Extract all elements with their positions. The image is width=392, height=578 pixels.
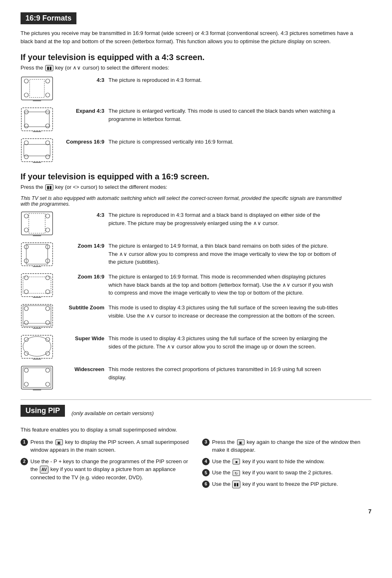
svg-point-52	[46, 337, 50, 341]
svg-point-17	[24, 155, 28, 159]
svg-point-60	[24, 382, 28, 386]
svg-point-44	[46, 306, 50, 311]
mode-superwide-inner: Super Wide This mode is used to display …	[59, 334, 339, 351]
pip-left-col: 1 Press the ▣ key to display the PIP scr…	[21, 438, 190, 492]
section-pip: Using PIP (only available on certain ver…	[21, 405, 371, 492]
pip-right-col: 3 Press the ▣ key again to change the si…	[202, 438, 371, 492]
subsection-169-title: If your television is equipped with a 16…	[21, 172, 371, 181]
desc-subzoom: This mode is used to display 4:3 picture…	[108, 304, 339, 320]
svg-rect-12	[25, 112, 49, 127]
tv-icon-expand43	[21, 107, 53, 134]
svg-rect-5	[30, 79, 44, 97]
svg-point-18	[46, 155, 50, 159]
label-zoom149: Zoom 14:9	[59, 242, 104, 249]
desc-zoom149: The picture is enlarged to 14:9 format, …	[108, 242, 339, 266]
tv-icon-zoom149	[21, 242, 53, 269]
svg-point-58	[24, 368, 28, 372]
svg-point-1	[24, 79, 28, 83]
pip-columns: 1 Press the ▣ key to display the PIP scr…	[21, 438, 371, 492]
tv-icon-compress169	[21, 138, 53, 165]
svg-point-23	[46, 214, 50, 218]
desc-widescreen: This mode restores the correct proportio…	[108, 365, 339, 381]
section-formats: 16:9 Formats The pictures you receive ma…	[21, 12, 371, 392]
subsection-43-press: Press the ▮▮ key (or ∧∨ cursor) to selec…	[21, 65, 371, 71]
svg-point-37	[46, 276, 50, 280]
mode-row-43: 4:3 The picture is reproduced in 4:3 for…	[21, 76, 371, 103]
mode-row-expand43: Expand 4:3 The picture is enlarged verti…	[21, 107, 371, 134]
pip-item-4: 4 Use the ■ key if you want to hide the …	[202, 457, 371, 466]
section-divider	[21, 399, 371, 400]
svg-rect-57	[21, 366, 53, 389]
pip-intro: This feature enables you to display a sm…	[21, 426, 371, 434]
pip-item-2: 2 Use the - P + keys to change the progr…	[21, 457, 190, 482]
label-superwide: Super Wide	[59, 334, 104, 341]
svg-point-61	[46, 382, 50, 386]
pip-key-3: ▣	[237, 439, 244, 445]
tv-icon-169-43	[21, 211, 53, 238]
pip-item-3-text: Press the ▣ key again to change the size…	[212, 438, 371, 454]
tv-icon-43	[21, 76, 53, 103]
subsection-169-italic: This TV set is also equipped with automa…	[21, 195, 349, 207]
page-number: 7	[21, 508, 371, 515]
pip-header-row: Using PIP (only available on certain ver…	[21, 405, 371, 422]
label-zoom169: Zoom 16:9	[59, 273, 104, 280]
pip-title: Using PIP	[21, 405, 65, 417]
desc-superwide: This mode is used to display 4:3 picture…	[108, 334, 339, 351]
subsection-43-title: If your television is equipped with a 4:…	[21, 53, 371, 62]
mode-169-43-inner: 4:3 The picture is reproduced in 4:3 for…	[59, 211, 339, 227]
pip-item-4-text: Use the ■ key if you want to hide the wi…	[212, 457, 371, 466]
key-format-icon: ▮▮	[45, 65, 53, 71]
tv-icon-zoom169	[21, 273, 53, 299]
formats-title: 16:9 Formats	[21, 12, 76, 24]
tv-icon-superwide	[21, 334, 53, 361]
mode-row-169-43: 4:3 The picture is reproduced in 4:3 for…	[21, 211, 371, 238]
hide-key-icon: ■	[233, 459, 240, 464]
pip-item-3: 3 Press the ▣ key again to change the si…	[202, 438, 371, 454]
mode-row-zoom169: Zoom 16:9 The picture is enlarged to 16:…	[21, 273, 371, 299]
pip-num-3: 3	[202, 439, 210, 446]
svg-point-43	[24, 306, 28, 311]
desc-compress169: The picture is compressed vertically int…	[108, 138, 233, 146]
subsection-43: If your television is equipped with a 4:…	[21, 53, 371, 165]
desc-zoom169: The picture is enlarged to 16:9 format. …	[108, 273, 339, 297]
svg-rect-42	[21, 304, 53, 327]
svg-point-2	[46, 79, 50, 83]
pip-num-6: 6	[202, 481, 210, 488]
formats-intro: The pictures you receive may be transmit…	[21, 29, 357, 45]
svg-point-53	[24, 351, 28, 355]
pip-item-5-text: Use the ↻ key if you want to swap the 2 …	[212, 469, 371, 477]
mode-subzoom-inner: Subtitle Zoom This mode is used to displ…	[59, 304, 339, 320]
svg-rect-21	[21, 212, 53, 235]
pip-item-1-text: Press the ▣ key to display the PIP scree…	[30, 438, 190, 454]
svg-rect-62	[23, 368, 51, 388]
pip-key-1: ▣	[55, 439, 63, 445]
svg-rect-19	[24, 144, 50, 156]
pip-item-1: 1 Press the ▣ key to display the PIP scr…	[21, 438, 190, 454]
mode-row-subzoom: Subtitle Zoom This mode is used to displ…	[21, 304, 371, 330]
svg-point-25	[46, 228, 50, 232]
svg-point-22	[24, 214, 28, 218]
label-compress169: Compress 16:9	[59, 138, 104, 145]
mode-43-inner: 4:3 The picture is reproduced in 4:3 for…	[59, 76, 202, 84]
label-widescreen: Widescreen	[59, 365, 104, 372]
svg-rect-33	[26, 244, 48, 264]
mode-row-zoom149: Zoom 14:9 The picture is enlarged to 14:…	[21, 242, 371, 269]
pip-item-6-text: Use the ▮▮ key if you want to freeze the…	[212, 480, 371, 488]
mode-widescreen-inner: Widescreen This mode restores the correc…	[59, 365, 339, 381]
mode-row-superwide: Super Wide This mode is used to display …	[21, 334, 371, 361]
svg-rect-50	[21, 335, 53, 358]
subsection-169-press: Press the ▮▮ key (or <> cursor) to selec…	[21, 184, 371, 190]
svg-point-45	[24, 320, 28, 325]
svg-point-3	[24, 93, 28, 97]
svg-rect-14	[21, 139, 53, 162]
freeze-key-icon: ▮▮	[232, 481, 240, 488]
svg-rect-47	[23, 306, 51, 326]
label-43: 4:3	[59, 76, 104, 83]
mode-row-compress169: Compress 16:9 The picture is compressed …	[21, 138, 371, 165]
desc-43: The picture is reproduced in 4:3 format.	[108, 76, 202, 84]
pip-num-1: 1	[21, 439, 28, 446]
tv-icon-widescreen	[21, 365, 53, 392]
label-subzoom: Subtitle Zoom	[59, 304, 104, 311]
mode-compress169-inner: Compress 16:9 The picture is compressed …	[59, 138, 233, 146]
mode-expand43-inner: Expand 4:3 The picture is enlarged verti…	[59, 107, 339, 123]
